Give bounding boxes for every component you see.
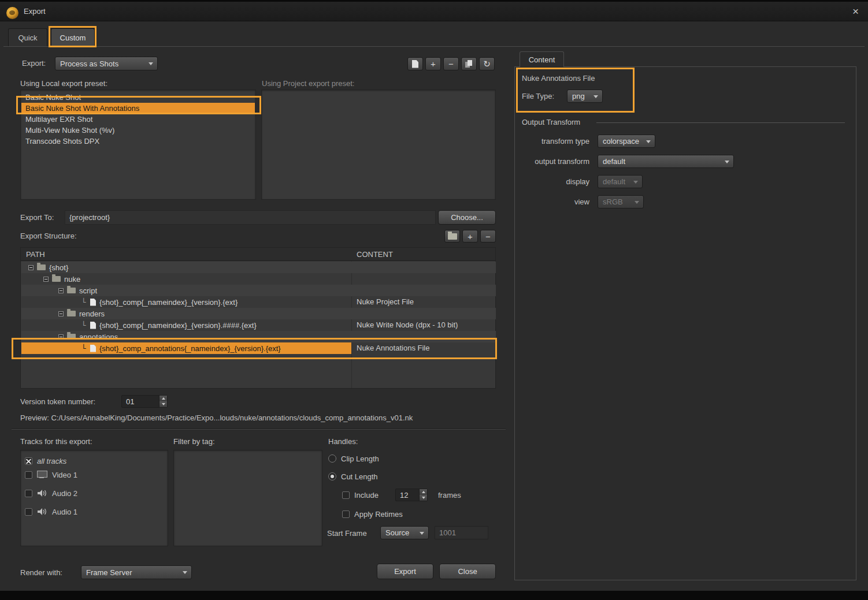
frames-label: frames [438,490,461,501]
file-icon [90,345,96,352]
expander-icon[interactable] [43,277,49,282]
minus-icon: − [485,232,491,241]
preset-item[interactable]: Multi-View Nuke Shot (%v) [21,125,255,136]
tracks-label: Tracks for this export: [20,437,92,447]
close-icon[interactable]: × [852,2,859,21]
expander-icon[interactable] [58,288,64,293]
titlebar: Export × [0,2,868,21]
stepper-down-icon[interactable] [420,495,427,501]
export-button[interactable]: Export [377,564,433,579]
duplicate-preset-button[interactable] [461,57,477,70]
project-preset-label: Using Project export preset: [262,79,354,89]
structure-row[interactable]: {shot}_comp{_nameindex}_{version}.{ext} … [21,296,496,308]
preset-item[interactable]: Basic Nuke Shot [21,92,255,103]
content-column-header[interactable]: CONTENT [351,248,393,261]
stepper-buttons[interactable] [419,489,427,501]
include-frames-stepper[interactable]: 12 [395,489,428,501]
render-with-dropdown[interactable]: Frame Server [81,565,192,579]
remove-preset-button[interactable]: − [443,57,459,70]
transform-type-label: transform type [491,136,589,147]
file-type-label: File Type: [522,91,554,102]
expander-icon[interactable] [58,311,64,316]
track-item-audio2[interactable]: Audio 2 [25,486,77,500]
start-frame-label: Start Frame [327,528,367,539]
structure-row[interactable]: annotations [21,331,496,342]
project-preset-list[interactable] [261,90,496,200]
revert-preset-button[interactable]: ↻ [479,57,495,70]
output-transform-title: Output Transform [522,117,580,128]
start-frame-mode-dropdown[interactable]: Source [380,526,429,539]
track-item-audio1[interactable]: Audio 1 [25,505,77,519]
structure-row-selected[interactable]: {shot}_comp_annotations{_nameindex}_{ver… [21,342,496,354]
stepper-up-icon[interactable] [159,396,167,401]
apply-retimes-checkbox[interactable]: Apply Retimes [342,509,403,519]
radio-off-icon[interactable] [328,454,336,463]
preset-item[interactable]: Transcode Shots DPX [21,136,255,147]
start-frame-value-input[interactable]: 1001 [435,526,488,539]
structure-row[interactable]: nuke [21,273,496,285]
output-transform-dropdown[interactable]: default [598,155,734,168]
expander-icon[interactable] [58,334,64,340]
path-column-header[interactable]: PATH [21,248,45,261]
tab-custom[interactable]: Custom [51,28,95,47]
filter-by-tag-list[interactable] [173,450,322,546]
export-process-dropdown[interactable]: Process as Shots [55,57,158,70]
expander-icon[interactable] [28,265,34,270]
folder-icon [67,334,76,340]
checkbox-icon[interactable] [25,490,32,497]
checkbox-icon[interactable] [342,510,350,518]
plus-icon: + [468,232,473,241]
structure-row[interactable]: {shot}_comp{_nameindex}_{version}.####.{… [21,319,496,331]
folder-plus-icon [448,233,457,240]
checkbox-icon[interactable] [342,491,350,499]
structure-row[interactable]: renders [21,308,496,319]
document-icon [412,60,418,68]
audio-track-icon [37,508,47,516]
track-item-video1[interactable]: Video 1 [25,468,77,482]
add-folder-button[interactable] [444,230,460,243]
checkbox-icon[interactable] [25,471,32,479]
checkbox-icon[interactable] [25,508,32,516]
stepper-up-icon[interactable] [420,489,427,495]
folder-icon [37,264,46,270]
close-button[interactable]: Close [439,564,496,579]
stepper-down-icon[interactable] [159,401,167,407]
new-preset-button[interactable] [407,57,423,70]
checkbox-checked-icon[interactable] [25,457,32,465]
version-token-stepper[interactable]: 01 [121,395,168,408]
add-preset-button[interactable]: + [425,57,441,70]
include-checkbox[interactable]: Include [342,490,379,500]
transform-type-dropdown[interactable]: colorspace [598,135,655,148]
preset-item-selected[interactable]: Basic Nuke Shot With Annotations [21,103,255,114]
structure-row[interactable]: {shot} [21,262,496,273]
export-to-path[interactable]: {projectroot} [65,210,436,225]
add-entry-button[interactable]: + [462,230,478,243]
remove-entry-button[interactable]: − [480,230,496,243]
output-transform-label: output transform [491,156,589,167]
preview-line: Preview: C:/Users/AnnabelKing/Documents/… [20,413,500,423]
video-track-icon [37,471,47,479]
cut-length-radio[interactable]: Cut Length [328,471,378,482]
tab-content[interactable]: Content [520,51,564,67]
clip-length-radio[interactable]: Clip Length [328,453,379,464]
choose-button[interactable]: Choose... [438,210,496,225]
local-preset-list: Basic Nuke Shot Basic Nuke Shot With Ann… [20,90,256,200]
section-divider [12,428,506,430]
view-label: view [491,197,589,207]
window-title: Export [24,2,46,21]
tab-divider [3,46,865,47]
tab-quick[interactable]: Quick [8,28,47,47]
stepper-buttons[interactable] [159,396,167,407]
output-transform-divider [596,122,845,123]
app-icon [6,7,18,19]
structure-row[interactable]: script [21,285,496,296]
table-header: PATH CONTENT [21,248,495,261]
export-label: Export: [22,58,46,69]
track-item-all[interactable]: all tracks [25,455,66,467]
file-type-dropdown[interactable]: png [567,90,603,103]
preset-item[interactable]: Multilayer EXR Shot [21,114,255,125]
radio-on-icon[interactable] [328,472,336,480]
folder-icon [67,288,76,293]
export-structure-label: Export Structure: [20,231,77,241]
folder-icon [67,311,76,316]
